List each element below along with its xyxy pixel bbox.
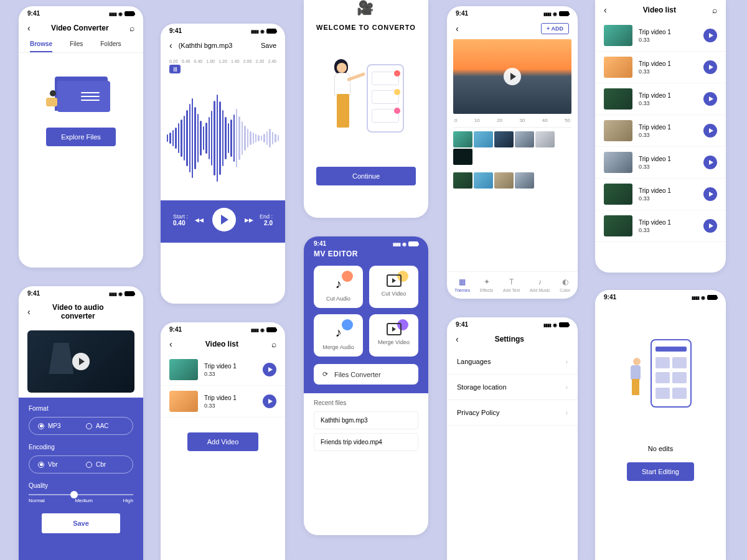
clip-thumb[interactable] (453, 149, 472, 165)
list-item[interactable]: Trip video 10.33 (161, 386, 285, 418)
list-item[interactable]: Trip video 10.33 (595, 83, 726, 115)
setting-storage[interactable]: Storage location› (447, 375, 578, 400)
recent-file[interactable]: Kaththi bgm.mp3 (314, 411, 418, 429)
screen-audio-editor: 9:41 ‹ (Kaththi bgm.mp3 Save 0.200.400.4… (161, 24, 285, 304)
add-button[interactable]: + ADD (541, 23, 569, 34)
list-item[interactable]: Trip video 10.33 (595, 147, 726, 179)
ruler-tick: 40 (542, 118, 548, 123)
list-item[interactable]: Trip video 10.33 (595, 115, 726, 147)
nav-themes[interactable]: ▦Themes (454, 277, 470, 292)
back-icon[interactable]: ‹ (604, 5, 607, 15)
status-bar: 9:41 (161, 24, 285, 35)
list-item[interactable]: Trip video 10.33 (595, 52, 726, 83)
end-label: End : (260, 213, 273, 220)
signal-icon (109, 10, 116, 17)
files-converter-button[interactable]: ⟳Files Converter (314, 364, 418, 385)
play-overlay-icon[interactable] (72, 353, 90, 370)
nav-add-music[interactable]: ♪Add Music (530, 277, 550, 292)
clip-thumb[interactable] (474, 131, 493, 147)
merge-video-card[interactable]: Merge Video (369, 314, 418, 357)
encoding-vbr[interactable]: Vbr (33, 460, 81, 469)
add-video-button[interactable]: Add Video (187, 432, 259, 451)
start-time: Start :0.40 (173, 213, 188, 226)
clip-thumb[interactable] (515, 131, 534, 147)
play-button[interactable] (703, 29, 717, 42)
list-item[interactable]: Trip video 10.33 (595, 179, 726, 210)
clip-thumb[interactable] (494, 131, 514, 147)
status-icons (251, 326, 276, 333)
clip-thumb[interactable] (474, 172, 493, 189)
back-icon[interactable]: ‹ (169, 40, 172, 50)
video-info: Trip video 10.33 (639, 219, 697, 233)
search-icon[interactable]: ⌕ (129, 23, 134, 33)
encoding-options: Vbr Cbr (29, 455, 133, 474)
clip-thumb[interactable] (453, 131, 472, 147)
back-icon[interactable]: ‹ (169, 339, 172, 349)
nav-add-text[interactable]: TAdd Text (503, 277, 520, 292)
play-button[interactable] (703, 156, 717, 169)
video-preview (453, 39, 571, 114)
start-label: Start : (173, 213, 188, 220)
tick: 0.40 (194, 59, 203, 63)
clip-thumb[interactable] (453, 172, 472, 189)
play-button[interactable] (703, 187, 717, 201)
continue-button[interactable]: Continue (316, 167, 416, 185)
format-aac[interactable]: AAC (81, 421, 129, 431)
setting-languages[interactable]: Languages› (447, 349, 578, 375)
tab-folders[interactable]: Folders (100, 40, 121, 52)
back-icon[interactable]: ‹ (456, 334, 459, 344)
play-overlay-icon[interactable] (504, 68, 521, 85)
waveform[interactable] (161, 76, 285, 200)
nav-effects[interactable]: ✦Effects (480, 277, 493, 292)
rewind-icon[interactable]: ◂◂ (195, 215, 204, 225)
timeline-ruler: 01020304050 (453, 114, 571, 128)
signal-icon (543, 321, 551, 328)
format-mp3[interactable]: MP3 (33, 421, 81, 431)
merge-audio-card[interactable]: Merge Audio (314, 314, 363, 357)
forward-icon[interactable]: ▸▸ (245, 215, 253, 225)
back-icon[interactable]: ‹ (27, 307, 31, 317)
start-editing-button[interactable]: Start Editing (627, 462, 694, 481)
cut-video-card[interactable]: Cut Video (369, 266, 418, 308)
clip-thumb[interactable] (515, 172, 534, 189)
play-button[interactable] (703, 219, 717, 233)
list-item[interactable]: Trip video 10.33 (161, 354, 285, 386)
header: ‹ (Kaththi bgm.mp3 Save (161, 35, 285, 55)
cut-audio-card[interactable]: Cut Audio (314, 266, 363, 308)
video-thumbnail (169, 359, 198, 380)
list-item[interactable]: Trip video 10.33 (595, 20, 726, 52)
converter-panel: Format MP3 AAC Encoding Vbr Cbr Quality … (19, 398, 143, 560)
nav-color[interactable]: ◐Color (560, 277, 570, 292)
list-item[interactable]: Trip video 10.33 (595, 210, 726, 242)
tab-browse[interactable]: Browse (30, 40, 52, 52)
play-button[interactable] (703, 124, 717, 138)
back-icon[interactable]: ‹ (456, 24, 459, 34)
play-button[interactable] (263, 394, 276, 408)
search-icon[interactable]: ⌕ (712, 5, 717, 15)
search-icon[interactable]: ⌕ (271, 339, 276, 349)
trim-handle-start[interactable] (169, 65, 181, 73)
status-bar: 9:41 (19, 286, 143, 298)
quality-labels: NormalMediumHigh (29, 498, 133, 503)
wifi-icon (701, 294, 705, 301)
clip-thumb[interactable] (494, 172, 514, 189)
explore-files-button[interactable]: Explore Files (46, 128, 116, 146)
status-icons (543, 321, 569, 328)
color-icon: ◐ (560, 277, 570, 287)
play-button[interactable] (703, 60, 717, 74)
quality-slider[interactable] (29, 494, 133, 495)
encoding-cbr[interactable]: Cbr (81, 460, 129, 469)
back-icon[interactable]: ‹ (27, 23, 31, 33)
clip-thumb[interactable] (535, 131, 555, 147)
play-button[interactable] (263, 363, 276, 376)
play-button[interactable] (703, 92, 717, 106)
tab-files[interactable]: Files (70, 40, 83, 52)
play-button[interactable] (212, 208, 236, 231)
setting-privacy[interactable]: Privacy Policy› (447, 400, 578, 426)
save-button[interactable]: Save (261, 42, 276, 49)
save-button[interactable]: Save (42, 513, 120, 533)
badge-icon (342, 271, 353, 282)
recent-file[interactable]: Friends trip video.mp4 (314, 433, 418, 451)
start-value: 0.40 (173, 220, 188, 226)
format-options: MP3 AAC (29, 417, 133, 435)
